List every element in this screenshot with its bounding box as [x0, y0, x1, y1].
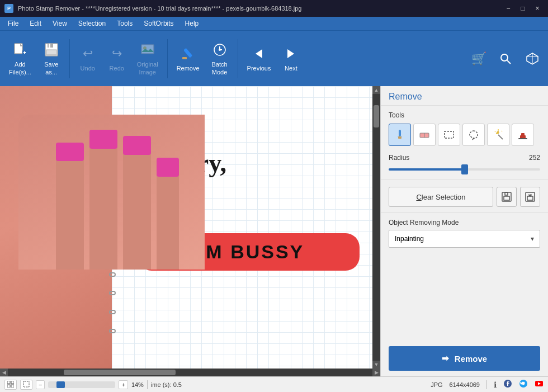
status-sep-2 — [486, 380, 487, 389]
svg-line-33 — [502, 131, 502, 131]
canvas-area[interactable]: Sorry, I'M BUSSY — [0, 86, 372, 369]
window-controls: − □ × — [502, 2, 544, 15]
facebook-icon[interactable] — [503, 379, 512, 390]
fit-button[interactable] — [4, 380, 17, 390]
brush-tool-button[interactable] — [389, 124, 411, 146]
svg-line-20 — [507, 60, 511, 64]
remove-button[interactable]: Remove — [172, 36, 204, 81]
rectangle-tool-button[interactable] — [438, 124, 460, 146]
svg-rect-13 — [183, 48, 192, 58]
close-button[interactable]: × — [531, 2, 544, 15]
slider-thumb[interactable] — [461, 164, 468, 174]
svg-rect-43 — [7, 381, 10, 384]
scroll-thumb-h[interactable] — [64, 370, 176, 375]
menu-bar: File Edit View Selection Tools SoftOrbit… — [0, 17, 548, 30]
zoom-slider-thumb[interactable] — [56, 381, 65, 388]
menu-softorbits[interactable]: SoftOrbits — [138, 17, 179, 30]
search-button[interactable] — [494, 48, 517, 70]
photo-display: Sorry, I'M BUSSY — [0, 86, 372, 369]
zoom-level: 14% — [131, 381, 144, 388]
window-title: Photo Stamp Remover - ****Unregistered v… — [18, 5, 498, 12]
save-as-icon — [42, 41, 60, 59]
menu-file[interactable]: File — [2, 17, 24, 30]
vertical-scrollbar[interactable]: ▲ ▼ — [372, 86, 380, 369]
scroll-track-v[interactable] — [372, 94, 380, 361]
panel-title: Remove — [389, 92, 540, 102]
menu-selection[interactable]: Selection — [73, 17, 111, 30]
clear-selection-label: Clear Selection — [416, 193, 465, 201]
zoom-in-button[interactable]: + — [119, 380, 127, 389]
load-selection-button[interactable] — [520, 187, 540, 207]
scroll-down-button[interactable]: ▼ — [372, 361, 380, 369]
radius-value: 252 — [529, 154, 540, 162]
clear-selection-button[interactable]: Clear Selection — [389, 187, 493, 207]
info-icon[interactable]: ℹ — [494, 380, 497, 389]
stamp-tool-button[interactable] — [512, 124, 534, 146]
maximize-button[interactable]: □ — [517, 2, 529, 15]
undo-icon: ↩ — [79, 45, 97, 63]
menu-help[interactable]: Help — [179, 17, 205, 30]
svg-line-29 — [498, 135, 503, 139]
redo-label: Redo — [110, 65, 124, 72]
undo-button[interactable]: ↩ Undo — [74, 36, 101, 81]
svg-rect-39 — [505, 192, 508, 195]
panel-divider-1 — [381, 180, 548, 180]
minimize-button[interactable]: − — [502, 2, 514, 15]
menu-edit[interactable]: Edit — [24, 17, 47, 30]
svg-rect-44 — [11, 381, 14, 384]
scroll-left-button[interactable]: ◀ — [0, 369, 8, 376]
selection-mode-button[interactable] — [20, 380, 32, 390]
remove-arrow-icon: ➡ — [442, 353, 449, 363]
scroll-track-h[interactable] — [8, 369, 372, 376]
lasso-tool-button[interactable] — [462, 124, 485, 146]
svg-rect-35 — [521, 133, 525, 136]
panel-spacer — [381, 253, 548, 343]
menu-view[interactable]: View — [47, 17, 73, 30]
previous-button[interactable]: Previous — [243, 36, 276, 81]
zoom-out-button[interactable]: − — [36, 380, 45, 389]
magic-wand-tool-button[interactable] — [487, 124, 509, 146]
timing-label: ime (s): 0.5 — [151, 381, 182, 388]
tools-label: Tools — [389, 111, 540, 119]
inpainting-dropdown[interactable]: Inpainting ▾ — [389, 230, 540, 248]
scroll-thumb-v[interactable] — [374, 105, 379, 127]
scroll-right-button[interactable]: ▶ — [372, 369, 380, 376]
add-file-button[interactable]: AddFile(s)... — [4, 36, 36, 81]
scroll-up-button[interactable]: ▲ — [372, 86, 380, 94]
original-image-button[interactable]: OriginalImage — [133, 36, 163, 81]
cart-button[interactable]: 🛒 — [467, 48, 490, 70]
radius-row: Radius 252 — [389, 154, 540, 162]
undo-label: Undo — [81, 65, 95, 72]
svg-rect-45 — [7, 385, 10, 388]
radius-slider-container[interactable] — [389, 164, 540, 175]
slider-fill — [389, 168, 465, 171]
file-format: JPG — [431, 381, 442, 388]
horizontal-scrollbar[interactable]: ◀ ▶ — [0, 369, 380, 376]
cube-button[interactable] — [521, 48, 544, 70]
save-selection-button[interactable] — [497, 187, 517, 207]
svg-rect-11 — [141, 45, 154, 54]
slider-track — [389, 168, 540, 171]
batch-mode-label: BatchMode — [212, 61, 228, 75]
panel-header: Remove — [381, 86, 548, 106]
redo-button[interactable]: ↪ Redo — [103, 36, 130, 81]
hand-detail — [18, 115, 205, 270]
svg-rect-36 — [518, 138, 527, 139]
status-sep-1 — [147, 380, 148, 389]
next-icon — [282, 45, 300, 63]
toolbar: AddFile(s)... Saveas... ↩ Undo ↪ Redo Or… — [0, 30, 548, 86]
busy-text: I'M BUSSY — [193, 241, 304, 263]
tools-section: Tools — [381, 106, 548, 152]
toolbar-sep-1 — [69, 39, 70, 78]
zoom-slider-track[interactable] — [48, 381, 115, 388]
batch-mode-button[interactable]: BatchMode — [206, 36, 233, 81]
next-button[interactable]: Next — [277, 36, 304, 81]
toolbar-sep-2 — [167, 39, 168, 78]
main-area: Sorry, I'M BUSSY — [0, 86, 548, 376]
twitter-icon[interactable] — [519, 379, 528, 390]
menu-tools[interactable]: Tools — [111, 17, 138, 30]
remove-action-button[interactable]: ➡ Remove — [389, 346, 540, 371]
youtube-icon[interactable] — [535, 379, 544, 390]
save-as-button[interactable]: Saveas... — [38, 36, 65, 81]
eraser-tool-button[interactable] — [413, 124, 436, 146]
